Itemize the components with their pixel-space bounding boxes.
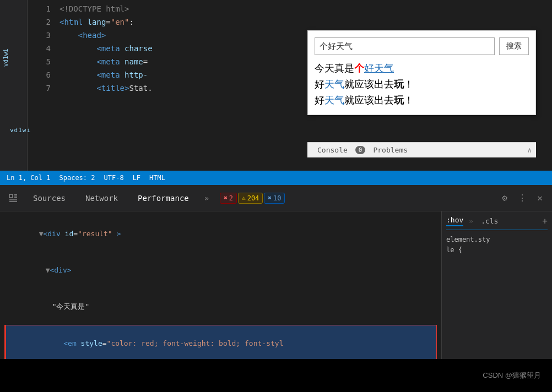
close-icon[interactable]: ✕ bbox=[532, 190, 548, 206]
warn-icon: ⚠ bbox=[242, 194, 246, 202]
tab-performance[interactable]: Performance bbox=[129, 190, 198, 206]
mini-sidebar: vd1wi bbox=[0, 0, 28, 187]
result-line-1: 今天真是个好天气 bbox=[315, 61, 529, 77]
line-numbers: 1 2 3 4 5 6 7 bbox=[28, 0, 55, 187]
styles-header: :hov » .cls + bbox=[446, 216, 548, 230]
dom-line-2: ▼<div> bbox=[11, 252, 437, 288]
search-input[interactable] bbox=[315, 37, 495, 55]
error-count: 2 bbox=[229, 194, 233, 202]
problems-tab[interactable]: Problems bbox=[367, 144, 413, 156]
tab-sources[interactable]: Sources bbox=[24, 190, 74, 206]
info-icon: ✖ bbox=[268, 194, 272, 202]
add-style-button[interactable]: + bbox=[542, 216, 548, 226]
sidebar-text: vd1wi bbox=[10, 127, 31, 134]
rule-body: le { bbox=[446, 245, 548, 255]
console-collapse[interactable]: ∧ bbox=[527, 146, 532, 154]
bottom-bar: CSDN @猿猴望月 bbox=[0, 359, 552, 392]
inspector-icon[interactable] bbox=[4, 189, 22, 207]
menu-icon[interactable]: ⋮ bbox=[515, 190, 530, 206]
watermark: CSDN @猿猴望月 bbox=[483, 371, 541, 380]
error-icon: ✖ bbox=[224, 194, 228, 202]
console-badge: 0 bbox=[355, 146, 366, 154]
error-count-badge[interactable]: ✖ 2 bbox=[220, 193, 237, 204]
dom-line-4a: <em style="color: red; font-weight: bold… bbox=[20, 325, 436, 362]
cls-tab[interactable]: .cls bbox=[481, 217, 498, 225]
code-line-2: <html lang="en": bbox=[59, 15, 548, 29]
result-line-3: 好天气就应该出去玩！ bbox=[315, 92, 529, 108]
sidebar-label: vd1wi bbox=[0, 44, 12, 71]
warn-count: 204 bbox=[247, 194, 259, 202]
search-results: 今天真是个好天气 好天气就应该出去玩！ 好天气就应该出去玩！ bbox=[315, 61, 529, 108]
settings-icon[interactable]: ⚙ bbox=[497, 190, 512, 206]
dom-line-3: "今天真是" bbox=[18, 288, 437, 325]
status-encoding: UTF-8 bbox=[104, 174, 124, 182]
console-bar: Console 0 Problems ∧ bbox=[307, 142, 536, 157]
info-count: 10 bbox=[273, 194, 281, 202]
info-count-badge[interactable]: ✖ 10 bbox=[264, 193, 285, 204]
status-spaces: Spaces: 2 bbox=[59, 174, 95, 182]
result-line-2: 好天气就应该出去玩！ bbox=[315, 77, 529, 92]
more-tabs-button[interactable]: » bbox=[200, 192, 213, 205]
warn-count-badge[interactable]: ⚠ 204 bbox=[238, 193, 263, 204]
console-tab[interactable]: Console bbox=[312, 144, 353, 156]
devtools-toolbar: Sources Network Performance » ✖ 2 ⚠ 204 … bbox=[0, 185, 552, 211]
styles-tab[interactable]: :hov bbox=[446, 216, 463, 226]
rule-selector: element.sty bbox=[446, 235, 548, 245]
status-bar: Ln 1, Col 1 Spaces: 2 UTF-8 LF HTML bbox=[0, 171, 552, 185]
status-language: HTML bbox=[149, 174, 165, 182]
tab-network[interactable]: Network bbox=[77, 190, 127, 206]
code-line-1: <!DOCTYPE html> bbox=[59, 2, 548, 15]
dom-line-1: ▼<div id="result" > bbox=[4, 216, 437, 252]
status-position: Ln 1, Col 1 bbox=[7, 174, 50, 182]
search-button[interactable]: 搜索 bbox=[499, 37, 529, 55]
styles-rule: element.sty le { bbox=[446, 235, 548, 255]
status-line-ending: LF bbox=[133, 174, 140, 182]
svg-rect-0 bbox=[9, 194, 13, 198]
search-popup: 搜索 今天真是个好天气 好天气就应该出去玩！ 好天气就应该出去玩！ bbox=[307, 30, 536, 115]
